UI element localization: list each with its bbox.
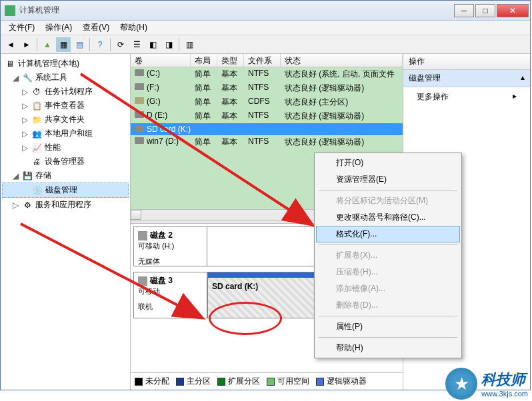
menubar: 文件(F) 操作(A) 查看(V) 帮助(H) <box>1 21 530 35</box>
drive-icon <box>135 111 144 118</box>
menu-action[interactable]: 操作(A) <box>40 21 77 35</box>
col-layout[interactable]: 布局 <box>191 54 217 67</box>
tree-system-tools[interactable]: ◢ 🔧 系统工具 <box>2 71 129 85</box>
tool-btn-4[interactable]: ▥ <box>182 37 197 52</box>
disk-icon <box>138 276 147 286</box>
volume-row[interactable]: win7 (D:)简单基本NTFS状态良好 (逻辑驱动器) <box>131 135 403 149</box>
legend-swatch-unalloc <box>135 378 143 386</box>
menu-view[interactable]: 查看(V) <box>77 21 115 35</box>
ctx-delete: 删除卷(D)... <box>316 297 460 314</box>
tree-device-manager[interactable]: 🖨 设备管理器 <box>2 155 129 169</box>
tools-icon: 🔧 <box>22 73 33 83</box>
folder-icon: 📁 <box>31 115 42 125</box>
col-status[interactable]: 状态 <box>281 54 403 67</box>
titlebar: 计算机管理 ─ □ ✕ <box>1 1 530 21</box>
help-button[interactable]: ? <box>93 37 107 52</box>
users-icon: 👥 <box>31 129 42 139</box>
services-icon: ⚙ <box>22 200 33 210</box>
cd-icon <box>135 97 144 104</box>
volume-list-header: 卷 布局 类型 文件系统 状态 <box>131 54 403 67</box>
ctx-mirror: 添加镜像(A)... <box>316 280 460 297</box>
legend-swatch-extended <box>217 378 225 386</box>
drive-icon <box>135 137 144 144</box>
perf-icon: 📈 <box>31 143 42 153</box>
volume-row[interactable]: (F:)简单基本NTFS状态良好 (逻辑驱动器) <box>131 81 403 95</box>
legend: 未分配 主分区 扩展分区 可用空间 逻辑驱动器 <box>131 372 403 390</box>
window-title: 计算机管理 <box>19 5 59 16</box>
close-button[interactable]: ✕ <box>497 4 529 17</box>
ctx-open[interactable]: 打开(O) <box>316 155 460 171</box>
back-button[interactable]: ◄ <box>3 37 18 52</box>
tree-performance[interactable]: ▷ 📈 性能 <box>2 141 129 155</box>
legend-swatch-logical <box>316 378 324 386</box>
context-menu: 打开(O) 资源管理器(E) 将分区标记为活动分区(M) 更改驱动器号和路径(C… <box>314 153 462 358</box>
actions-section-disk-mgmt[interactable]: 磁盘管理 ▴ <box>403 70 530 87</box>
col-type[interactable]: 类型 <box>217 54 244 67</box>
ctx-shrink: 压缩卷(H)... <box>316 264 460 280</box>
storage-icon: 💾 <box>22 171 33 181</box>
collapse-icon[interactable]: ◢ <box>11 171 19 181</box>
app-window: 计算机管理 ─ □ ✕ 文件(F) 操作(A) 查看(V) 帮助(H) ◄ ► … <box>0 0 531 390</box>
watermark-badge-icon: ★ <box>445 368 477 400</box>
tree-disk-management[interactable]: 💿 磁盘管理 <box>2 183 129 198</box>
expand-icon[interactable]: ▷ <box>21 87 29 97</box>
forward-button[interactable]: ► <box>19 37 34 52</box>
up-button[interactable]: ▲ <box>40 37 55 52</box>
actions-header: 操作 <box>403 54 530 70</box>
ctx-format[interactable]: 格式化(F)... <box>316 226 460 242</box>
ctx-extend: 扩展卷(X)... <box>316 247 460 264</box>
tree-event-viewer[interactable]: ▷ 📋 事件查看器 <box>2 99 129 113</box>
expand-icon[interactable]: ▷ <box>11 200 19 210</box>
navigation-tree[interactable]: 🖥 计算机管理(本地) ◢ 🔧 系统工具 ▷ ⏱ 任务计划程序 ▷ 📋 事件查看… <box>1 54 131 390</box>
tree-storage[interactable]: ◢ 💾 存储 <box>2 169 129 183</box>
volume-row[interactable]: D (E:)简单基本NTFS状态良好 (逻辑驱动器) <box>131 109 403 123</box>
scheduler-icon: ⏱ <box>31 87 42 97</box>
ctx-help[interactable]: 帮助(H) <box>316 340 460 356</box>
collapse-icon[interactable]: ◢ <box>11 73 19 83</box>
maximize-button[interactable]: □ <box>475 4 495 17</box>
properties-button[interactable]: ▤ <box>72 37 87 52</box>
legend-swatch-free <box>267 378 275 386</box>
show-hide-tree-button[interactable]: ▦ <box>56 37 71 52</box>
collapse-icon: ▴ <box>521 73 525 84</box>
tree-local-users[interactable]: ▷ 👥 本地用户和组 <box>2 127 129 141</box>
volume-row[interactable]: (C:)简单基本NTFS状态良好 (系统, 启动, 页面文件 <box>131 67 403 81</box>
app-icon <box>5 5 15 16</box>
tool-btn-2[interactable]: ◧ <box>145 37 160 52</box>
col-fs[interactable]: 文件系统 <box>244 54 281 67</box>
expand-icon[interactable]: ▷ <box>21 129 29 139</box>
volume-row[interactable]: (G:)简单基本CDFS状态良好 (主分区) <box>131 95 403 109</box>
chevron-right-icon: ▸ <box>513 91 517 101</box>
device-icon: 🖨 <box>31 157 42 167</box>
expand-icon[interactable]: ▷ <box>21 143 29 153</box>
scroll-left-button[interactable] <box>131 210 141 220</box>
tree-task-scheduler[interactable]: ▷ ⏱ 任务计划程序 <box>2 85 129 99</box>
watermark: ★ 科技师 www.3kjs.com <box>445 368 528 400</box>
tree-services-apps[interactable]: ▷ ⚙ 服务和应用程序 <box>2 198 129 212</box>
drive-icon <box>135 83 144 90</box>
toolbar: ◄ ► ▲ ▦ ▤ ? ⟳ ☰ ◧ ◨ ▥ <box>1 35 530 54</box>
watermark-brand: 科技师 <box>481 371 525 388</box>
actions-more[interactable]: 更多操作 ▸ <box>403 87 530 107</box>
watermark-url: www.3kjs.com <box>481 390 528 398</box>
refresh-button[interactable]: ⟳ <box>113 37 128 52</box>
expand-icon[interactable]: ▷ <box>21 115 29 125</box>
ctx-properties[interactable]: 属性(P) <box>316 318 460 335</box>
menu-help[interactable]: 帮助(H) <box>115 21 153 35</box>
computer-icon: 🖥 <box>5 59 15 69</box>
tool-btn-3[interactable]: ◨ <box>161 37 176 52</box>
col-volume[interactable]: 卷 <box>131 54 191 67</box>
ctx-explorer[interactable]: 资源管理器(E) <box>316 171 460 188</box>
menu-file[interactable]: 文件(F) <box>3 21 40 35</box>
volume-row-selected[interactable]: SD card (K:) <box>131 123 403 135</box>
tree-root[interactable]: 🖥 计算机管理(本地) <box>2 57 129 71</box>
minimize-button[interactable]: ─ <box>454 4 474 17</box>
ctx-mark-active: 将分区标记为活动分区(M) <box>316 193 460 209</box>
tool-btn-1[interactable]: ☰ <box>129 37 144 52</box>
tree-shared-folders[interactable]: ▷ 📁 共享文件夹 <box>2 113 129 127</box>
legend-swatch-primary <box>176 378 184 386</box>
expand-icon[interactable]: ▷ <box>21 101 29 111</box>
ctx-change-letter[interactable]: 更改驱动器号和路径(C)... <box>316 209 460 226</box>
disk-icon <box>138 231 147 240</box>
event-icon: 📋 <box>31 101 42 111</box>
